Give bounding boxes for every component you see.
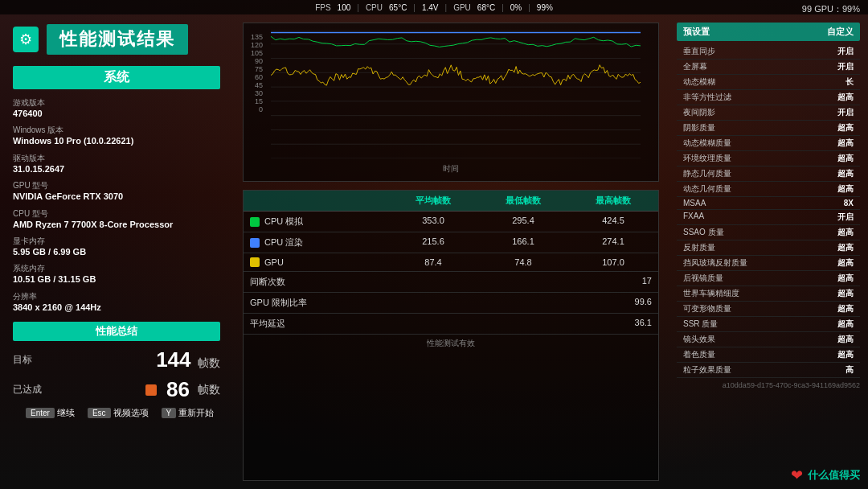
settings-row: SSR 质量超高 (677, 317, 860, 332)
main-content: ⚙ 性能测试结果 系统 游戏版本 476400 Windows 版本 Windo… (0, 14, 868, 489)
chart-yaxis: 13512010590 75604530150 (250, 33, 266, 113)
windows-label: Windows 版本 (13, 125, 220, 135)
page-title: 性能测试结果 (47, 24, 188, 55)
setting-val: 高 (845, 364, 854, 376)
stats-table: 平均帧数 最低帧数 最高帧数 CPU 模拟 353.0 295.4 424.5 … (243, 190, 659, 481)
cpu-value: AMD Ryzen 7 7700X 8-Core Processor (13, 219, 220, 231)
setting-val: 开启 (837, 107, 854, 118)
vram-value: 5.95 GB / 6.99 GB (13, 246, 220, 258)
setting-key: 静态几何质量 (683, 168, 837, 179)
table-row: CPU 渲染 215.6 166.1 274.1 (244, 232, 658, 253)
setting-key: 粒子效果质量 (683, 364, 845, 376)
top-hud: FPS 100 | CPU 65°C | 1.4V | GPU 68°C | 0… (0, 0, 868, 14)
settings-row: FXAA开启 (677, 210, 860, 225)
settings-row: 垂直同步开启 (677, 44, 860, 60)
col-header-avg: 平均帧数 (388, 191, 478, 211)
setting-val: 长 (845, 76, 854, 88)
settings-row: 可变形物质量超高 (677, 302, 860, 317)
resolution-label: 分辨率 (13, 291, 220, 302)
settings-row: MSAA8X (677, 197, 860, 210)
setting-val: 超高 (837, 318, 854, 330)
interrupts-value: 17 (588, 276, 652, 288)
system-section-header: 系统 (13, 66, 220, 89)
col-header-min: 最低帧数 (478, 191, 568, 211)
setting-val: 开启 (837, 61, 854, 72)
col-header-name (244, 191, 388, 211)
col-header-max: 最高帧数 (568, 191, 658, 211)
setting-val: 超高 (837, 273, 854, 284)
cpu-sim-min: 295.4 (478, 212, 568, 232)
windows-block: Windows 版本 Windows 10 Pro (10.0.22621) (13, 125, 220, 147)
settings-row: 阴影质量超高 (677, 121, 860, 136)
cpu-label: CPU 型号 (13, 208, 220, 219)
middle-panel: 13512010590 75604530150 时间 平均帧数 最低帧数 最高帧… (233, 14, 669, 489)
settings-row: 动态模糊质量超高 (677, 136, 860, 151)
ram-value: 10.51 GB / 31.15 GB (13, 273, 220, 286)
setting-val: 8X (844, 199, 854, 208)
esc-key[interactable]: Esc视频选项 (88, 407, 149, 419)
settings-header-left: 预设置 (683, 26, 827, 38)
cpu-block: CPU 型号 AMD Ryzen 7 7700X 8-Core Processo… (13, 208, 220, 231)
settings-row: 非等方性过滤超高 (677, 90, 860, 105)
interrupts-row: 间断次数 17 (244, 272, 658, 293)
gpu-avg: 87.4 (388, 253, 478, 271)
setting-val: 超高 (837, 138, 854, 149)
game-version-value: 476400 (13, 108, 220, 120)
settings-row: 镜头效果超高 (677, 332, 860, 347)
gpu-max: 107.0 (568, 253, 658, 271)
cpu-render-avg: 215.6 (388, 232, 478, 253)
settings-row: 环境纹理质量超高 (677, 151, 860, 166)
settings-header-right: 自定义 (827, 26, 854, 38)
setting-key: 阴影质量 (683, 122, 837, 134)
setting-val: 超高 (837, 257, 854, 269)
setting-key: 着色质量 (683, 349, 837, 360)
setting-key: FXAA (683, 212, 837, 223)
ram-label: 系统内存 (13, 263, 220, 273)
chart-xlabel: 时间 (250, 163, 652, 175)
cpu-render-max: 274.1 (568, 232, 658, 253)
perf-chart (271, 30, 641, 158)
setting-key: 动态模糊质量 (683, 138, 837, 149)
setting-key: SSR 质量 (683, 318, 837, 330)
right-panel: 预设置 自定义 垂直同步开启全屏幕开启动态模糊长非等方性过滤超高夜间阴影开启阴影… (669, 14, 868, 489)
achieved-unit: 帧数 (198, 383, 220, 397)
driver-label: 驱动版本 (13, 153, 220, 163)
avg-latency-label: 平均延迟 (250, 318, 285, 330)
hud-fps-label: FPS (315, 3, 330, 12)
setting-key: 后视镜质量 (683, 273, 837, 284)
table-row: GPU 87.4 74.8 107.0 (244, 253, 658, 272)
hud-fps-val: 100 (338, 3, 351, 12)
setting-key: 反射质量 (683, 242, 837, 253)
setting-val: 开启 (837, 212, 854, 223)
setting-key: 动态几何质量 (683, 183, 837, 195)
settings-row: SSAO 质量超高 (677, 225, 860, 240)
gpu-limit-value: 99.6 (588, 297, 652, 309)
driver-value: 31.0.15.2647 (13, 163, 220, 175)
settings-row: 动态模糊长 (677, 75, 860, 90)
enter-key[interactable]: Enter继续 (26, 407, 75, 419)
ram-block: 系统内存 10.51 GB / 31.15 GB (13, 263, 220, 286)
windows-value: Windows 10 Pro (10.0.22621) (13, 135, 220, 147)
avg-latency-value: 36.1 (588, 318, 652, 330)
watermark: ❤ 什么值得买 (791, 466, 860, 484)
setting-key: 全屏幕 (683, 61, 837, 72)
settings-row: 粒子效果质量高 (677, 363, 860, 378)
settings-row: 后视镜质量超高 (677, 271, 860, 286)
esc-label: 视频选项 (113, 408, 149, 417)
enter-label: 继续 (57, 408, 75, 417)
avg-latency-row: 平均延迟 36.1 (244, 314, 658, 335)
setting-key: 非等方性过滤 (683, 92, 837, 103)
achieved-row: 已达成 86 帧数 (13, 377, 220, 402)
settings-row: 动态几何质量超高 (677, 182, 860, 197)
setting-key: 夜间阴影 (683, 107, 837, 118)
y-key[interactable]: Y重新开始 (162, 407, 215, 419)
setting-key: MSAA (683, 199, 844, 208)
settings-row: 世界车辆精细度超高 (677, 286, 860, 302)
setting-key: 环境纹理质量 (683, 153, 837, 164)
setting-val: 超高 (837, 153, 854, 164)
settings-row: 反射质量超高 (677, 240, 860, 256)
cpu-sim-dot (250, 217, 260, 227)
left-panel: ⚙ 性能测试结果 系统 游戏版本 476400 Windows 版本 Windo… (0, 14, 233, 489)
game-version-block: 游戏版本 476400 (13, 97, 220, 120)
gpu-label: GPU (264, 257, 284, 267)
